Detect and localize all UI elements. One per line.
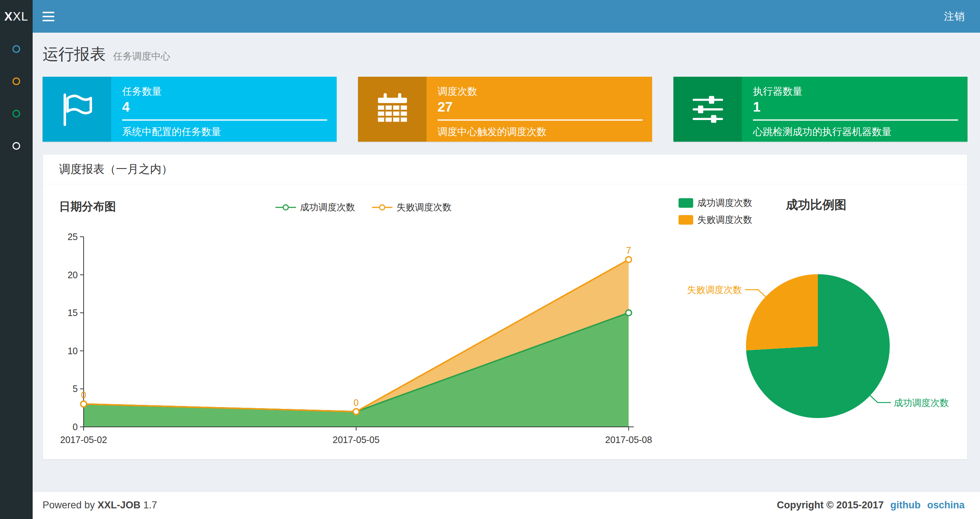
footer-right: Copyright © 2015-2017 github oschina — [777, 500, 965, 511]
pie-label: 成功调度次数 — [894, 398, 949, 408]
logout-link[interactable]: 注销 — [944, 10, 965, 24]
y-axis-tick-label: 0 — [73, 422, 78, 432]
x-axis-tick-label: 2017-05-05 — [332, 434, 380, 445]
pie-label-line — [745, 290, 765, 297]
pie-label: 失败调度次数 — [687, 284, 742, 295]
sidebar-item-report[interactable] — [0, 33, 33, 65]
legend-item[interactable]: 成功调度次数 — [679, 197, 752, 209]
y-axis-tick-label: 20 — [67, 270, 78, 280]
info-box-description: 心跳检测成功的执行器机器数量 — [753, 125, 958, 138]
page-header: 运行报表 任务调度中心 — [43, 33, 967, 77]
report-panel-body: 日期分布图 成功调度次数失败调度次数 05101520252017-05-022… — [43, 184, 967, 459]
legend-label: 失败调度次数 — [697, 214, 752, 226]
sidebar-item-executors[interactable] — [0, 129, 33, 162]
info-box-content: 调度次数 27 调度中心触发的调度次数 — [426, 77, 652, 142]
info-box-title: 执行器数量 — [753, 85, 958, 98]
info-box-value: 27 — [438, 99, 643, 115]
content-area: 运行报表 任务调度中心 任务数量 4 系统中配置的任务数量 — [33, 33, 980, 491]
info-box-title: 调度次数 — [438, 85, 643, 98]
data-point-marker[interactable] — [353, 409, 359, 415]
legend-label: 成功调度次数 — [300, 201, 355, 213]
calendar-icon — [358, 77, 426, 142]
legend-swatch-icon — [679, 215, 693, 225]
hamburger-icon — [43, 16, 54, 17]
info-box-executors: 执行器数量 1 心跳检测成功的执行器机器数量 — [673, 77, 967, 142]
info-box-description: 系统中配置的任务数量 — [122, 125, 327, 138]
line-chart-head: 日期分布图 成功调度次数失败调度次数 — [59, 195, 668, 221]
oschina-link[interactable]: oschina — [927, 500, 965, 511]
date-distribution-chart-section: 日期分布图 成功调度次数失败调度次数 05101520252017-05-022… — [59, 195, 668, 447]
sidebar-item-logs[interactable] — [0, 97, 33, 129]
y-axis-tick-label: 5 — [73, 383, 78, 394]
powered-brand: XXL-JOB — [97, 500, 140, 511]
legend-label: 成功调度次数 — [697, 197, 752, 209]
legend-label: 失败调度次数 — [396, 201, 452, 213]
success-ratio-chart-section: 成功调度次数失败调度次数 成功比例图 成功调度次数失败调度次数 — [668, 195, 952, 447]
data-point-marker[interactable] — [626, 310, 632, 316]
legend-item[interactable]: 失败调度次数 — [679, 214, 752, 226]
y-axis-tick-label: 15 — [67, 308, 78, 318]
powered-prefix: Powered by — [43, 500, 97, 511]
info-box-title: 任务数量 — [122, 85, 327, 98]
legend-item[interactable]: 失败调度次数 — [372, 201, 452, 213]
circle-icon — [13, 142, 20, 150]
pie-chart-head: 成功调度次数失败调度次数 成功比例图 — [679, 197, 952, 226]
point-value-label: 0 — [81, 390, 86, 400]
info-box-content: 执行器数量 1 心跳检测成功的执行器机器数量 — [742, 77, 967, 142]
info-box-value: 4 — [122, 99, 327, 115]
report-panel: 调度报表（一月之内） 日期分布图 成功调度次数失败调度次数 0510152025… — [43, 154, 967, 460]
data-point-marker[interactable] — [81, 401, 87, 407]
powered-by-text: Powered by XXL-JOB 1.7 — [43, 500, 157, 511]
legend-item[interactable]: 成功调度次数 — [275, 201, 355, 213]
app-logo-rest: XL — [13, 10, 28, 24]
info-box-divider — [122, 119, 327, 121]
info-box-jobs: 任务数量 4 系统中配置的任务数量 — [43, 77, 337, 142]
sidebar-toggle-button[interactable] — [33, 0, 64, 33]
point-value-label: 7 — [626, 245, 631, 256]
legend-swatch-icon — [679, 198, 693, 208]
app-logo-bold: X — [5, 10, 13, 24]
pie-chart-title: 成功比例图 — [786, 197, 846, 213]
data-point-marker[interactable] — [626, 257, 632, 262]
line-chart-legend: 成功调度次数失败调度次数 — [59, 201, 668, 213]
circle-icon — [13, 45, 20, 53]
pie-chart[interactable]: 成功调度次数失败调度次数 — [668, 228, 952, 433]
circle-icon — [13, 110, 20, 117]
point-value-label: 0 — [353, 398, 359, 408]
info-box-divider — [438, 119, 643, 121]
report-panel-title: 调度报表（一月之内） — [43, 155, 967, 184]
hamburger-icon — [43, 20, 54, 21]
github-link[interactable]: github — [891, 500, 921, 511]
info-box-value: 1 — [753, 99, 958, 115]
flag-icon — [43, 77, 111, 142]
circle-icon — [13, 77, 20, 85]
powered-version: 1.7 — [140, 500, 157, 511]
sliders-icon — [673, 77, 742, 142]
top-navbar: XXL 注销 — [0, 0, 980, 33]
sidebar-menu — [0, 33, 33, 519]
copyright-text: Copyright © 2015-2017 — [777, 500, 884, 511]
pie-slice[interactable] — [746, 274, 818, 350]
pie-label-line — [870, 396, 891, 402]
page-subtitle: 任务调度中心 — [113, 51, 170, 62]
info-box-content: 任务数量 4 系统中配置的任务数量 — [111, 77, 337, 142]
hamburger-icon — [43, 12, 54, 13]
info-box-divider — [753, 119, 958, 121]
navbar-right: 注销 — [944, 0, 980, 33]
y-axis-tick-label: 10 — [67, 346, 78, 356]
line-marker-icon — [275, 204, 296, 211]
pie-chart-legend: 成功调度次数失败调度次数 — [679, 197, 752, 226]
y-axis-tick-label: 25 — [67, 232, 78, 242]
app-logo[interactable]: XXL — [0, 0, 33, 33]
line-marker-icon — [372, 204, 393, 211]
page-footer: Powered by XXL-JOB 1.7 Copyright © 2015-… — [33, 491, 980, 519]
info-box-row: 任务数量 4 系统中配置的任务数量 — [43, 77, 967, 142]
line-area-chart[interactable]: 05101520252017-05-022017-05-052017-05-08… — [59, 221, 668, 447]
x-axis-tick-label: 2017-05-02 — [60, 434, 107, 445]
info-box-triggers: 调度次数 27 调度中心触发的调度次数 — [358, 77, 652, 142]
info-box-description: 调度中心触发的调度次数 — [438, 125, 643, 138]
page-title: 运行报表 — [43, 45, 106, 63]
sidebar-item-jobs[interactable] — [0, 65, 33, 97]
x-axis-tick-label: 2017-05-08 — [605, 434, 652, 445]
